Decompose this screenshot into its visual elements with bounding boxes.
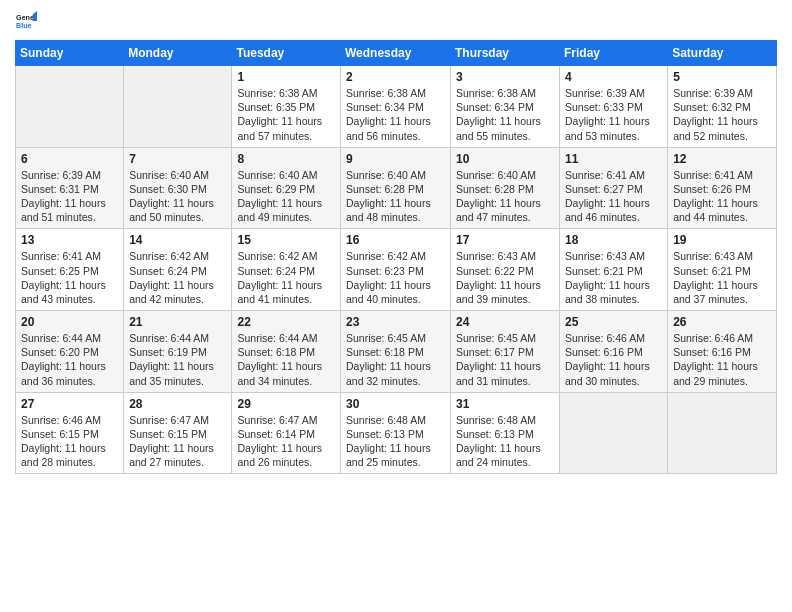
weekday-header-row: SundayMondayTuesdayWednesdayThursdayFrid… <box>16 41 777 66</box>
day-detail: Sunrise: 6:40 AM Sunset: 6:29 PM Dayligh… <box>237 168 335 225</box>
week-row-1: 1Sunrise: 6:38 AM Sunset: 6:35 PM Daylig… <box>16 66 777 148</box>
day-number: 29 <box>237 397 335 411</box>
day-number: 8 <box>237 152 335 166</box>
day-detail: Sunrise: 6:38 AM Sunset: 6:34 PM Dayligh… <box>456 86 554 143</box>
day-cell: 30Sunrise: 6:48 AM Sunset: 6:13 PM Dayli… <box>341 392 451 474</box>
day-detail: Sunrise: 6:42 AM Sunset: 6:23 PM Dayligh… <box>346 249 445 306</box>
day-cell: 16Sunrise: 6:42 AM Sunset: 6:23 PM Dayli… <box>341 229 451 311</box>
day-number: 10 <box>456 152 554 166</box>
weekday-header-wednesday: Wednesday <box>341 41 451 66</box>
day-detail: Sunrise: 6:41 AM Sunset: 6:27 PM Dayligh… <box>565 168 662 225</box>
logo: General Blue <box>15 10 43 32</box>
day-cell: 2Sunrise: 6:38 AM Sunset: 6:34 PM Daylig… <box>341 66 451 148</box>
day-cell <box>124 66 232 148</box>
day-number: 31 <box>456 397 554 411</box>
day-number: 4 <box>565 70 662 84</box>
day-number: 20 <box>21 315 118 329</box>
header: General Blue <box>15 10 777 32</box>
day-cell: 26Sunrise: 6:46 AM Sunset: 6:16 PM Dayli… <box>668 311 777 393</box>
day-number: 19 <box>673 233 771 247</box>
weekday-header-sunday: Sunday <box>16 41 124 66</box>
svg-marker-2 <box>33 11 37 21</box>
day-detail: Sunrise: 6:42 AM Sunset: 6:24 PM Dayligh… <box>129 249 226 306</box>
day-detail: Sunrise: 6:38 AM Sunset: 6:35 PM Dayligh… <box>237 86 335 143</box>
day-cell: 5Sunrise: 6:39 AM Sunset: 6:32 PM Daylig… <box>668 66 777 148</box>
day-number: 12 <box>673 152 771 166</box>
day-number: 5 <box>673 70 771 84</box>
day-detail: Sunrise: 6:40 AM Sunset: 6:28 PM Dayligh… <box>456 168 554 225</box>
day-cell: 6Sunrise: 6:39 AM Sunset: 6:31 PM Daylig… <box>16 147 124 229</box>
day-number: 15 <box>237 233 335 247</box>
weekday-header-monday: Monday <box>124 41 232 66</box>
day-cell: 4Sunrise: 6:39 AM Sunset: 6:33 PM Daylig… <box>560 66 668 148</box>
day-detail: Sunrise: 6:42 AM Sunset: 6:24 PM Dayligh… <box>237 249 335 306</box>
day-detail: Sunrise: 6:39 AM Sunset: 6:32 PM Dayligh… <box>673 86 771 143</box>
day-detail: Sunrise: 6:41 AM Sunset: 6:25 PM Dayligh… <box>21 249 118 306</box>
day-cell: 1Sunrise: 6:38 AM Sunset: 6:35 PM Daylig… <box>232 66 341 148</box>
day-number: 27 <box>21 397 118 411</box>
day-number: 14 <box>129 233 226 247</box>
day-cell: 18Sunrise: 6:43 AM Sunset: 6:21 PM Dayli… <box>560 229 668 311</box>
logo-icon: General Blue <box>15 10 37 32</box>
day-cell: 15Sunrise: 6:42 AM Sunset: 6:24 PM Dayli… <box>232 229 341 311</box>
calendar-page: General Blue SundayMondayTuesdayWednesda… <box>0 0 792 612</box>
day-detail: Sunrise: 6:45 AM Sunset: 6:18 PM Dayligh… <box>346 331 445 388</box>
day-number: 23 <box>346 315 445 329</box>
day-detail: Sunrise: 6:46 AM Sunset: 6:16 PM Dayligh… <box>565 331 662 388</box>
day-cell: 13Sunrise: 6:41 AM Sunset: 6:25 PM Dayli… <box>16 229 124 311</box>
day-number: 9 <box>346 152 445 166</box>
day-cell: 7Sunrise: 6:40 AM Sunset: 6:30 PM Daylig… <box>124 147 232 229</box>
week-row-2: 6Sunrise: 6:39 AM Sunset: 6:31 PM Daylig… <box>16 147 777 229</box>
day-cell: 20Sunrise: 6:44 AM Sunset: 6:20 PM Dayli… <box>16 311 124 393</box>
day-detail: Sunrise: 6:48 AM Sunset: 6:13 PM Dayligh… <box>456 413 554 470</box>
day-detail: Sunrise: 6:44 AM Sunset: 6:18 PM Dayligh… <box>237 331 335 388</box>
week-row-5: 27Sunrise: 6:46 AM Sunset: 6:15 PM Dayli… <box>16 392 777 474</box>
day-number: 18 <box>565 233 662 247</box>
day-cell <box>560 392 668 474</box>
day-cell: 22Sunrise: 6:44 AM Sunset: 6:18 PM Dayli… <box>232 311 341 393</box>
day-detail: Sunrise: 6:44 AM Sunset: 6:20 PM Dayligh… <box>21 331 118 388</box>
day-detail: Sunrise: 6:38 AM Sunset: 6:34 PM Dayligh… <box>346 86 445 143</box>
calendar-table: SundayMondayTuesdayWednesdayThursdayFrid… <box>15 40 777 474</box>
day-cell: 29Sunrise: 6:47 AM Sunset: 6:14 PM Dayli… <box>232 392 341 474</box>
day-cell <box>16 66 124 148</box>
day-cell: 25Sunrise: 6:46 AM Sunset: 6:16 PM Dayli… <box>560 311 668 393</box>
day-cell: 23Sunrise: 6:45 AM Sunset: 6:18 PM Dayli… <box>341 311 451 393</box>
day-number: 17 <box>456 233 554 247</box>
day-cell: 17Sunrise: 6:43 AM Sunset: 6:22 PM Dayli… <box>451 229 560 311</box>
week-row-3: 13Sunrise: 6:41 AM Sunset: 6:25 PM Dayli… <box>16 229 777 311</box>
weekday-header-thursday: Thursday <box>451 41 560 66</box>
day-cell: 11Sunrise: 6:41 AM Sunset: 6:27 PM Dayli… <box>560 147 668 229</box>
day-cell: 27Sunrise: 6:46 AM Sunset: 6:15 PM Dayli… <box>16 392 124 474</box>
svg-text:Blue: Blue <box>16 22 32 30</box>
day-cell: 8Sunrise: 6:40 AM Sunset: 6:29 PM Daylig… <box>232 147 341 229</box>
day-detail: Sunrise: 6:46 AM Sunset: 6:16 PM Dayligh… <box>673 331 771 388</box>
day-detail: Sunrise: 6:47 AM Sunset: 6:15 PM Dayligh… <box>129 413 226 470</box>
day-detail: Sunrise: 6:39 AM Sunset: 6:33 PM Dayligh… <box>565 86 662 143</box>
day-detail: Sunrise: 6:43 AM Sunset: 6:21 PM Dayligh… <box>673 249 771 306</box>
day-cell <box>668 392 777 474</box>
weekday-header-friday: Friday <box>560 41 668 66</box>
day-number: 11 <box>565 152 662 166</box>
day-number: 16 <box>346 233 445 247</box>
day-number: 7 <box>129 152 226 166</box>
day-detail: Sunrise: 6:39 AM Sunset: 6:31 PM Dayligh… <box>21 168 118 225</box>
day-cell: 21Sunrise: 6:44 AM Sunset: 6:19 PM Dayli… <box>124 311 232 393</box>
day-detail: Sunrise: 6:40 AM Sunset: 6:28 PM Dayligh… <box>346 168 445 225</box>
day-number: 6 <box>21 152 118 166</box>
weekday-header-tuesday: Tuesday <box>232 41 341 66</box>
day-detail: Sunrise: 6:44 AM Sunset: 6:19 PM Dayligh… <box>129 331 226 388</box>
day-cell: 28Sunrise: 6:47 AM Sunset: 6:15 PM Dayli… <box>124 392 232 474</box>
day-number: 2 <box>346 70 445 84</box>
day-cell: 12Sunrise: 6:41 AM Sunset: 6:26 PM Dayli… <box>668 147 777 229</box>
day-number: 1 <box>237 70 335 84</box>
day-cell: 3Sunrise: 6:38 AM Sunset: 6:34 PM Daylig… <box>451 66 560 148</box>
day-detail: Sunrise: 6:40 AM Sunset: 6:30 PM Dayligh… <box>129 168 226 225</box>
day-detail: Sunrise: 6:43 AM Sunset: 6:22 PM Dayligh… <box>456 249 554 306</box>
day-detail: Sunrise: 6:43 AM Sunset: 6:21 PM Dayligh… <box>565 249 662 306</box>
weekday-header-saturday: Saturday <box>668 41 777 66</box>
day-cell: 10Sunrise: 6:40 AM Sunset: 6:28 PM Dayli… <box>451 147 560 229</box>
day-detail: Sunrise: 6:41 AM Sunset: 6:26 PM Dayligh… <box>673 168 771 225</box>
day-detail: Sunrise: 6:47 AM Sunset: 6:14 PM Dayligh… <box>237 413 335 470</box>
day-number: 26 <box>673 315 771 329</box>
